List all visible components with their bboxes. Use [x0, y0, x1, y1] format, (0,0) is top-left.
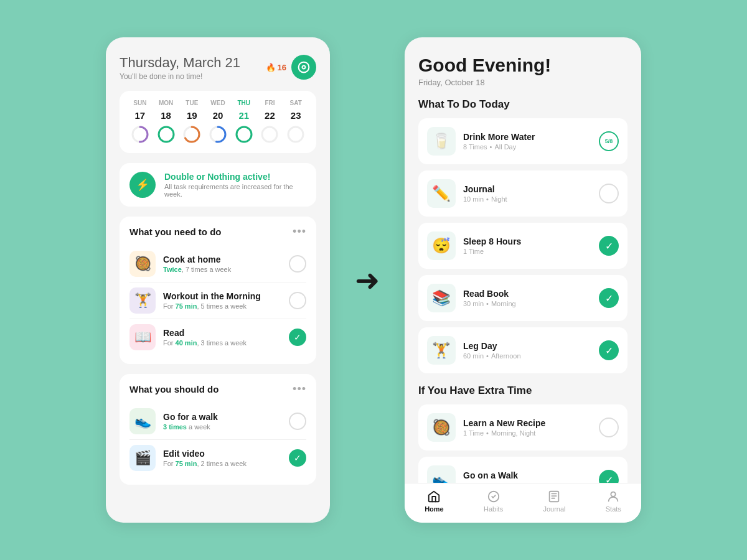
greeting-date: Friday, October 18 — [418, 78, 627, 87]
habit-sleep-info: Sleep 8 Hours 1 Time — [463, 236, 591, 255]
left-panel: Thursday, March 21 You'll be done in no … — [106, 37, 330, 523]
header-right: 🔥 16 — [266, 55, 316, 80]
task-video-icon: 🎬 — [129, 445, 156, 471]
streak-badge: 🔥 16 — [266, 63, 286, 72]
habit-goawalk-icon: 👟 — [427, 465, 456, 483]
should-title: What you should do — [129, 384, 218, 394]
nav-journal-label: Journal — [543, 505, 565, 513]
habit-water-icon: 🥛 — [427, 127, 456, 156]
habit-readbook-info: Read Book 30 min•Morning — [463, 289, 591, 307]
task-video-info: Edit video For 75 min, 2 times a week — [163, 449, 281, 467]
habit-water: 🥛 Drink More Water 8 Times•All Day 5/8 — [418, 118, 627, 164]
habit-journal: ✏️ Journal 10 min•Night — [418, 170, 627, 217]
cal-day-mon[interactable]: MON 18 — [153, 100, 179, 144]
habit-readbook-check[interactable]: ✓ — [599, 288, 619, 308]
cal-day-sun[interactable]: SUN 17 — [127, 100, 153, 144]
habit-recipe-icon: 🥘 — [427, 413, 456, 442]
left-header: Thursday, March 21 You'll be done in no … — [120, 55, 316, 81]
task-workout-icon: 🏋️ — [129, 287, 156, 314]
habit-legday-check[interactable]: ✓ — [599, 340, 619, 360]
habit-readbook-icon: 📚 — [427, 284, 456, 312]
nav-home-label: Home — [425, 505, 444, 513]
need-title: What you need to do — [129, 226, 222, 237]
svg-point-13 — [288, 127, 303, 142]
task-workout-info: Workout in the Morning For 75 min, 5 tim… — [163, 291, 281, 310]
calendar-card: SUN 17 MON 18 TUE 19 — [120, 91, 316, 153]
task-read-info: Read For 40 min, 3 times a week — [163, 328, 281, 347]
svg-point-5 — [159, 127, 174, 142]
task-workout: 🏋️ Workout in the Morning For 75 min, 5 … — [129, 282, 306, 319]
nav-habits[interactable]: Habits — [484, 490, 503, 513]
left-header-text: Thursday, March 21 You'll be done in no … — [120, 55, 240, 81]
habit-goawalk-info: Go on a Walk 30 min•Afternoon — [463, 470, 591, 483]
svg-point-12 — [262, 127, 277, 142]
cal-day-fri[interactable]: FRI 22 — [257, 100, 283, 144]
extra-section-title: If You Have Extra Time — [418, 385, 627, 397]
task-walk-check[interactable] — [289, 413, 306, 430]
task-cook: 🥘 Cook at home Twice, 7 times a week — [129, 246, 306, 282]
habit-recipe: 🥘 Learn a New Recipe 1 Time•Morning, Nig… — [418, 404, 627, 450]
task-edit-video: 🎬 Edit video For 75 min, 2 times a week … — [129, 440, 306, 476]
right-content: Good Evening! Friday, October 18 What To… — [405, 37, 641, 483]
svg-point-0 — [299, 62, 309, 73]
task-walk-info: Go for a walk 3 times a week — [163, 412, 281, 431]
habit-goawalk: 👟 Go on a Walk 30 min•Afternoon ✓ — [418, 457, 627, 483]
habit-recipe-check[interactable] — [599, 418, 619, 437]
nav-habits-label: Habits — [484, 505, 503, 513]
task-walk-icon: 👟 — [129, 408, 156, 434]
today-section-title: What To Do Today — [418, 98, 627, 111]
transition-arrow: ➜ — [355, 263, 380, 297]
habit-journal-info: Journal 10 min•Night — [463, 184, 591, 203]
left-date: Thursday, March 21 — [120, 55, 240, 71]
arrow-container: ➜ — [355, 263, 380, 297]
right-panel: Good Evening! Friday, October 18 What To… — [405, 37, 641, 523]
task-read: 📖 Read For 40 min, 3 times a week ✓ — [129, 319, 306, 355]
extra-section: If You Have Extra Time 🥘 Learn a New Rec… — [418, 385, 627, 483]
habit-sleep: 😴 Sleep 8 Hours 1 Time ✓ — [418, 223, 627, 269]
flame-icon: 🔥 — [266, 63, 276, 72]
need-menu[interactable]: ••• — [293, 225, 306, 238]
bottom-nav: Home Habits Journal Stats — [405, 483, 641, 523]
nav-home[interactable]: Home — [425, 490, 444, 513]
goal-button[interactable] — [291, 55, 316, 80]
habit-legday: 🏋️ Leg Day 60 min•Afternoon ✓ — [418, 327, 627, 373]
cal-day-thu[interactable]: THU 21 — [231, 100, 257, 144]
double-sub: All task requirements are increased for … — [164, 183, 306, 198]
double-icon: ⚡ — [129, 172, 156, 198]
should-menu[interactable]: ••• — [293, 383, 306, 396]
greeting-text: Good Evening! — [418, 55, 627, 75]
habit-goawalk-check[interactable]: ✓ — [599, 470, 619, 483]
habit-legday-info: Leg Day 60 min•Afternoon — [463, 341, 591, 360]
task-workout-check[interactable] — [289, 292, 306, 309]
nav-stats[interactable]: Stats — [606, 490, 621, 513]
task-read-check[interactable]: ✓ — [289, 329, 306, 346]
task-cook-check[interactable] — [289, 255, 306, 273]
streak-count: 16 — [278, 63, 286, 72]
habit-water-info: Drink More Water 8 Times•All Day — [463, 132, 591, 151]
cal-day-wed[interactable]: WED 20 — [205, 100, 231, 144]
cal-day-sat[interactable]: SAT 23 — [283, 100, 309, 144]
habit-sleep-icon: 😴 — [427, 231, 456, 260]
greeting-section: Good Evening! Friday, October 18 — [418, 55, 627, 87]
habit-journal-check[interactable] — [599, 184, 619, 203]
habit-journal-icon: ✏️ — [427, 179, 456, 208]
double-title: Double or Nothing active! — [164, 172, 306, 182]
double-nothing-card: ⚡ Double or Nothing active! All task req… — [120, 163, 316, 207]
habit-legday-icon: 🏋️ — [427, 336, 456, 365]
svg-point-1 — [303, 66, 306, 69]
need-section: What you need to do ••• 🥘 Cook at home T… — [120, 217, 316, 364]
habit-readbook: 📚 Read Book 30 min•Morning ✓ — [418, 275, 627, 321]
habit-recipe-info: Learn a New Recipe 1 Time•Morning, Night — [463, 418, 591, 437]
task-video-check[interactable]: ✓ — [289, 449, 306, 467]
habit-sleep-check[interactable]: ✓ — [599, 236, 619, 256]
left-subtitle: You'll be done in no time! — [120, 72, 240, 81]
cal-day-tue[interactable]: TUE 19 — [179, 100, 205, 144]
task-read-icon: 📖 — [129, 324, 156, 350]
task-walk: 👟 Go for a walk 3 times a week — [129, 403, 306, 440]
should-section-header: What you should do ••• — [129, 383, 306, 396]
nav-journal[interactable]: Journal — [543, 490, 565, 513]
need-section-header: What you need to do ••• — [129, 225, 306, 238]
svg-point-16 — [611, 492, 616, 497]
task-cook-icon: 🥘 — [129, 251, 156, 277]
habit-water-check[interactable]: 5/8 — [599, 131, 619, 151]
